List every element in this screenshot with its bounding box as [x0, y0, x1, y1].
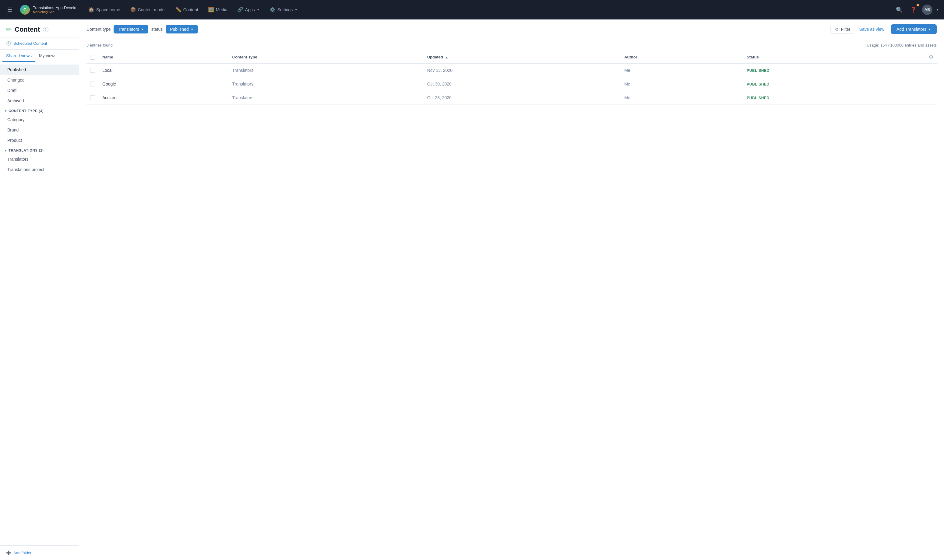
notification-dot — [916, 4, 919, 6]
table-row: Acclaro Translators Oct 23, 2020 Me PUBL… — [86, 91, 937, 105]
entries-found: 3 entries found — [86, 43, 113, 48]
settings-icon: ⚙️ — [269, 7, 276, 12]
content-icon: ✏️ — [176, 7, 182, 12]
updated-col-label: Updated — [427, 55, 443, 59]
nav-apps[interactable]: 🔗 Apps ▼ — [233, 4, 264, 15]
sidebar-item-draft[interactable]: Draft — [0, 85, 79, 95]
brand-text: Translations-App-Develo... Marketing Sit… — [33, 6, 80, 14]
add-folder-button[interactable]: ➕ Add folder — [6, 551, 31, 555]
sidebar-item-brand[interactable]: Brand — [0, 125, 79, 135]
content-model-icon: 📦 — [130, 7, 136, 12]
cell-name-acclaro[interactable]: Acclaro — [99, 91, 229, 105]
header-author: Author — [621, 51, 743, 63]
nav-content[interactable]: ✏️ Content — [171, 4, 203, 15]
entries-table: Name Content Type Updated ▲ Author — [86, 51, 937, 105]
nav-settings[interactable]: ⚙️ Settings ▼ — [265, 4, 302, 15]
sidebar-item-product[interactable]: Product — [0, 135, 79, 146]
filter-button[interactable]: ⚙ Filter — [830, 25, 855, 34]
cell-author-acclaro: Me — [621, 91, 743, 105]
avatar-button[interactable]: AB — [922, 5, 932, 15]
sidebar-header: ✏ Content ? — [0, 20, 79, 37]
add-btn-chevron-icon: ▼ — [928, 28, 931, 31]
row-checkbox-google[interactable] — [90, 82, 95, 86]
nav-content-model-label: Content model — [138, 7, 166, 12]
sidebar-item-translators[interactable]: Translators — [0, 154, 79, 165]
header-checkbox-col — [86, 51, 99, 63]
search-button[interactable]: 🔍 — [894, 5, 904, 15]
cell-name-google[interactable]: Google — [99, 77, 229, 91]
sidebar-item-published[interactable]: Published — [0, 65, 79, 75]
tab-my-views[interactable]: My views — [35, 49, 60, 62]
status-badge-local: PUBLISHED — [747, 68, 770, 73]
author-col-label: Author — [624, 55, 638, 59]
cell-content-type-local: Translators — [229, 63, 423, 77]
content-type-dropdown[interactable]: Translators ▼ — [114, 25, 148, 34]
nav-media[interactable]: 🖼️ Media — [204, 4, 232, 15]
header-settings-col: ⚙ — [924, 51, 937, 63]
cell-author-local: Me — [621, 63, 743, 77]
status-dropdown[interactable]: Published ▼ — [166, 25, 198, 34]
cell-updated-google: Oct 30, 2020 — [423, 77, 621, 91]
sidebar-footer: ➕ Add folder — [0, 545, 79, 560]
header-content-type[interactable]: Content Type — [229, 51, 423, 63]
scheduled-content-label: Scheduled Content — [13, 41, 47, 46]
nav-space-home[interactable]: 🏠 Space home — [84, 4, 125, 15]
hamburger-button[interactable]: ☰ — [5, 5, 15, 14]
top-navigation: ☰ C Translations-App-Develo... Marketing… — [0, 0, 944, 20]
apps-icon: 🔗 — [237, 7, 243, 12]
table-wrapper: Name Content Type Updated ▲ Author — [79, 51, 944, 560]
status-badge-google: PUBLISHED — [747, 82, 770, 86]
translations-section-label: TRANSLATIONS (2) — [9, 149, 44, 152]
sidebar-help-icon[interactable]: ? — [43, 27, 48, 32]
cell-updated-local: Nov 13, 2020 — [423, 63, 621, 77]
status-col-label: Status — [747, 55, 759, 59]
cell-name-local[interactable]: Local — [99, 63, 229, 77]
apps-chevron-icon: ▼ — [257, 8, 260, 11]
app-logo: C — [20, 5, 30, 15]
save-as-view-button[interactable]: Save as view — [858, 25, 885, 34]
content-type-section-label: CONTENT TYPE (3) — [9, 109, 44, 112]
content-type-col-label: Content Type — [233, 55, 257, 59]
add-translators-button[interactable]: Add Translators ▼ — [891, 25, 937, 34]
table-info: 3 entries found Usage: 154 / 100000 entr… — [79, 39, 944, 51]
add-btn-label: Add Translators — [896, 27, 926, 32]
sort-asc-icon: ▲ — [445, 56, 448, 59]
toolbar: Content type Translators ▼ status Publis… — [79, 20, 944, 39]
cell-author-google: Me — [621, 77, 743, 91]
status-badge-acclaro: PUBLISHED — [747, 96, 770, 100]
avatar-chevron-icon: ▼ — [936, 8, 939, 11]
sidebar-item-changed[interactable]: Changed — [0, 75, 79, 85]
cell-content-type-google: Translators — [229, 77, 423, 91]
content-type-filter-label: Content type — [86, 27, 111, 32]
main-layout: ✏ Content ? 🕐 Scheduled Content Shared v… — [0, 20, 944, 560]
nav-apps-label: Apps — [245, 7, 255, 12]
table-settings-icon[interactable]: ⚙ — [929, 54, 933, 60]
nav-items: 🏠 Space home 📦 Content model ✏️ Content … — [84, 4, 894, 15]
content-type-value: Translators — [118, 27, 139, 32]
scheduled-content-link[interactable]: 🕐 Scheduled Content — [0, 37, 79, 49]
content-type-section-header[interactable]: ▾ CONTENT TYPE (3) — [0, 106, 79, 114]
header-updated[interactable]: Updated ▲ — [423, 51, 621, 63]
folder-plus-icon: ➕ — [6, 551, 11, 555]
header-name[interactable]: Name — [99, 51, 229, 63]
row-checkbox-acclaro[interactable] — [90, 95, 95, 100]
nav-content-model[interactable]: 📦 Content model — [126, 4, 170, 15]
sidebar-item-category[interactable]: Category — [0, 114, 79, 125]
home-icon: 🏠 — [88, 7, 94, 12]
sidebar-item-archived[interactable]: Archived — [0, 95, 79, 106]
nav-settings-label: Settings — [277, 7, 293, 12]
table-row: Local Translators Nov 13, 2020 Me PUBLIS… — [86, 63, 937, 77]
row-checkbox-local[interactable] — [90, 68, 95, 73]
usage-text: Usage: 154 / 100000 entries and assets — [867, 43, 937, 48]
status-filter-label: status — [151, 27, 163, 32]
sidebar-item-translations-project[interactable]: Translations project — [0, 165, 79, 175]
tab-shared-views[interactable]: Shared views — [2, 49, 35, 62]
select-all-checkbox[interactable] — [90, 55, 95, 60]
content-type-chevron-icon: ▾ — [5, 109, 7, 112]
settings-chevron-icon: ▼ — [294, 8, 297, 11]
filter-label: Filter — [841, 27, 850, 32]
status-chevron-icon: ▼ — [191, 28, 194, 31]
translations-section-header[interactable]: ▾ TRANSLATIONS (2) — [0, 146, 79, 154]
help-button[interactable]: ❓ — [908, 5, 918, 15]
nav-media-label: Media — [216, 7, 228, 12]
